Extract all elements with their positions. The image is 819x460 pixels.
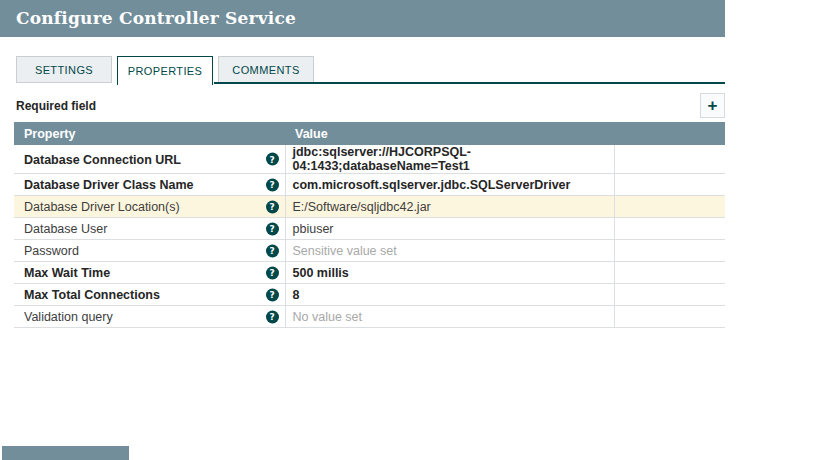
property-value[interactable]: 8 (293, 288, 300, 302)
property-name: Database User (24, 222, 107, 236)
properties-table-body: Database Connection URL ? jdbc:sqlserver… (14, 145, 725, 328)
tab-settings-label: SETTINGS (35, 64, 93, 76)
property-value[interactable]: No value set (293, 310, 362, 324)
row-actions-cell (614, 218, 725, 240)
column-header-property: Property (14, 122, 285, 145)
property-name: Database Driver Class Name (24, 178, 194, 192)
row-actions-cell (614, 262, 725, 284)
tab-bar: SETTINGS PROPERTIES COMMENTS (16, 56, 319, 85)
dialog-title: Configure Controller Service (0, 0, 725, 37)
property-name: Max Total Connections (24, 288, 160, 302)
table-row[interactable]: Database Driver Class Name ? com.microso… (14, 174, 725, 196)
row-actions-cell (614, 174, 725, 196)
property-value[interactable]: 500 millis (293, 266, 349, 280)
configure-controller-service-dialog: Configure Controller Service SETTINGS PR… (0, 0, 819, 460)
column-header-value: Value (285, 122, 614, 145)
table-row[interactable]: Database User ? pbiuser (14, 218, 725, 240)
property-name: Max Wait Time (24, 266, 110, 280)
help-icon[interactable]: ? (266, 222, 279, 235)
tab-properties-label: PROPERTIES (128, 65, 203, 77)
tab-properties[interactable]: PROPERTIES (117, 56, 213, 85)
table-row[interactable]: Password ? Sensitive value set (14, 240, 725, 262)
help-icon[interactable]: ? (266, 244, 279, 257)
property-value[interactable]: com.microsoft.sqlserver.jdbc.SQLServerDr… (293, 178, 571, 192)
tab-settings[interactable]: SETTINGS (16, 56, 112, 83)
help-icon[interactable]: ? (266, 200, 279, 213)
help-icon[interactable]: ? (266, 266, 279, 279)
property-value[interactable]: jdbc:sqlserver://HJCORPSQL-04:1433;datab… (293, 145, 472, 173)
table-row[interactable]: Database Connection URL ? jdbc:sqlserver… (14, 145, 725, 174)
table-header-row: Property Value (14, 122, 725, 145)
tab-strip-divider (214, 82, 725, 84)
help-icon[interactable]: ? (266, 288, 279, 301)
property-name: Database Driver Location(s) (24, 200, 180, 214)
property-name: Database Connection URL (24, 152, 181, 166)
property-name: Password (24, 244, 79, 258)
help-icon[interactable]: ? (266, 178, 279, 191)
table-row[interactable]: Database Driver Location(s) ? E:/Softwar… (14, 196, 725, 218)
required-field-label: Required field (16, 99, 96, 113)
tab-comments-label: COMMENTS (232, 64, 299, 76)
table-row[interactable]: Max Wait Time ? 500 millis (14, 262, 725, 284)
help-icon[interactable]: ? (266, 310, 279, 323)
row-actions-cell (614, 196, 725, 218)
row-actions-cell (614, 145, 725, 174)
table-row[interactable]: Max Total Connections ? 8 (14, 284, 725, 306)
partial-dialog-header-bottom (2, 446, 129, 460)
row-actions-cell (614, 240, 725, 262)
help-icon[interactable]: ? (266, 153, 279, 166)
table-row[interactable]: Validation query ? No value set (14, 306, 725, 328)
property-value[interactable]: Sensitive value set (293, 244, 397, 258)
dialog-header: Configure Controller Service (0, 0, 725, 37)
plus-icon: + (708, 97, 718, 114)
row-actions-cell (614, 284, 725, 306)
column-header-actions (614, 122, 725, 145)
tab-comments[interactable]: COMMENTS (218, 56, 314, 83)
row-actions-cell (614, 306, 725, 328)
add-property-button[interactable]: + (700, 93, 725, 118)
property-value[interactable]: E:/Software/sqljdbc42.jar (293, 200, 431, 214)
property-value[interactable]: pbiuser (293, 222, 334, 236)
properties-table: Property Value Database Connection URL ?… (14, 122, 725, 328)
property-name: Validation query (24, 310, 113, 324)
